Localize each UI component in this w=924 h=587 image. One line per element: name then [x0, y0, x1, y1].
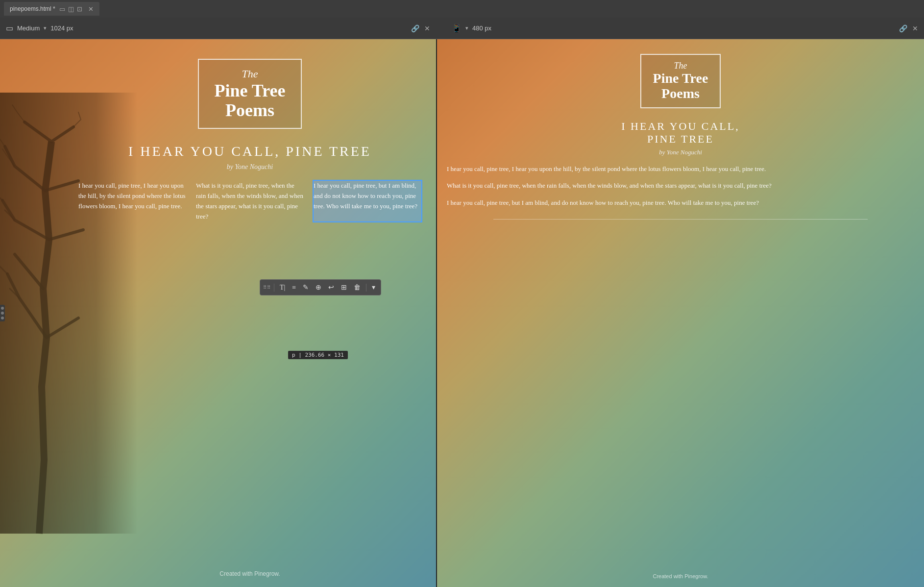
poem-content-left: The Pine TreePoems I HEAR YOU CALL, PINE…: [64, 39, 436, 587]
footer-credit-left: Created with Pinegrow.: [219, 570, 280, 577]
poem-title-mobile: I HEAR YOU CALL,PINE TREE: [621, 120, 740, 146]
left-panel: The Pine TreePoems I HEAR YOU CALL, PINE…: [0, 39, 436, 587]
tab-bar: pinepoems.html * ▭ ◫ ⊡ ✕: [0, 0, 924, 18]
toolbar-grid-btn[interactable]: ⊞: [339, 282, 349, 293]
tablet-icon[interactable]: ◫: [68, 5, 74, 13]
title-main-left: Pine TreePoems: [215, 81, 286, 120]
right-preview-header: 📱 ▾ 480 px 🔗 ✕: [436, 18, 924, 39]
left-sidebar-dots: [0, 305, 5, 321]
sidebar-dot-1: [1, 307, 4, 310]
toolbar-text-btn[interactable]: T|: [277, 282, 288, 293]
right-poem-page: The Pine TreePoems I HEAR YOU CALL,PINE …: [437, 39, 924, 587]
split-icon[interactable]: ⊡: [77, 5, 82, 13]
poem-title-left: I HEAR YOU CALL, PINE TREE: [128, 144, 371, 159]
sidebar-dot-3: [1, 317, 4, 319]
mobile-viewport-icon: 📱: [452, 24, 462, 33]
mobile-viewport-px: 480 px: [472, 24, 491, 32]
poem-col-1: I hear you call, pine tree, I hear you u…: [78, 181, 186, 221]
close-left-btn[interactable]: ✕: [424, 24, 430, 32]
viewport-px-label: 1024 px: [50, 24, 73, 32]
left-preview-header: ▭ Medium ▾ 1024 px 🔗 ✕: [0, 18, 436, 39]
right-viewport-controls: 📱 ▾ 480 px: [442, 24, 894, 33]
right-panel: The Pine TreePoems I HEAR YOU CALL,PINE …: [436, 39, 924, 587]
toolbar-sep-1: [274, 284, 274, 292]
tab-filename: pinepoems.html *: [10, 5, 55, 12]
floating-toolbar: ⠿⠿ T| ≡ ✎ ⊕ ↩ ⊞ 🗑 ▾: [260, 279, 381, 295]
desktop-viewport-icon: ▭: [6, 24, 13, 33]
toolbar-wrap-btn[interactable]: ↩: [326, 282, 337, 293]
poem-col-2: What is it you call, pine tree, when the…: [196, 181, 304, 221]
toolbar-link-btn[interactable]: ⊕: [313, 282, 324, 293]
left-poem-page: The Pine TreePoems I HEAR YOU CALL, PINE…: [0, 39, 436, 587]
toolbar-align-btn[interactable]: ≡: [290, 282, 298, 293]
poem-text-3: I hear you call, pine tree, but I am bli…: [314, 182, 417, 210]
poem-columns: I hear you call, pine tree, I hear you u…: [78, 181, 421, 221]
poem-stanza-2-mobile: What is it you call, pine tree, when the…: [447, 181, 914, 191]
link-right-btn[interactable]: 🔗: [899, 24, 907, 32]
title-box-left: The Pine TreePoems: [198, 59, 302, 129]
poem-stanza-1-mobile: I hear you call, pine tree, I hear you u…: [447, 164, 914, 174]
poem-author-mobile: by Yone Noguchi: [659, 148, 702, 156]
poem-stanza-3-mobile: I hear you call, pine tree, but I am bli…: [447, 198, 914, 208]
main-area: The Pine TreePoems I HEAR YOU CALL, PINE…: [0, 39, 924, 587]
divider-mobile: [493, 219, 867, 220]
viewport-label[interactable]: Medium: [17, 24, 40, 32]
title-the-left: The: [215, 68, 286, 80]
tab-close-btn[interactable]: ✕: [88, 5, 94, 13]
poem-col-3-selected[interactable]: I hear you call, pine tree, but I am bli…: [314, 181, 421, 221]
tab-icons: ▭ ◫ ⊡: [59, 5, 82, 13]
poem-author-left: by Yone Noguchi: [227, 163, 273, 171]
toolbar-handle[interactable]: ⠿⠿: [263, 285, 271, 290]
desktop-icon[interactable]: ▭: [59, 5, 65, 13]
title-main-mobile: Pine TreePoems: [653, 71, 708, 101]
link-btn[interactable]: 🔗: [411, 24, 419, 32]
title-box-mobile: The Pine TreePoems: [640, 54, 721, 108]
toolbar-more-btn[interactable]: ▾: [369, 282, 378, 293]
sidebar-dot-2: [1, 312, 4, 315]
toolbar-sep-2: [366, 284, 366, 292]
title-the-mobile: The: [653, 61, 708, 71]
toolbar-edit-btn[interactable]: ✎: [300, 282, 311, 293]
toolbar-delete-btn[interactable]: 🗑: [351, 282, 363, 293]
size-badge: p | 236.66 × 131: [288, 351, 348, 359]
mobile-viewport-dropdown[interactable]: ▾: [465, 25, 468, 31]
file-tab[interactable]: pinepoems.html * ▭ ◫ ⊡ ✕: [4, 2, 99, 16]
close-right-btn[interactable]: ✕: [912, 24, 918, 32]
poem-text-1: I hear you call, pine tree, I hear you u…: [78, 182, 185, 210]
poem-text-2: What is it you call, pine tree, when the…: [196, 182, 303, 220]
viewport-dropdown-arrow[interactable]: ▾: [44, 25, 47, 31]
left-viewport-controls: ▭ Medium ▾ 1024 px: [6, 24, 406, 33]
preview-headers: ▭ Medium ▾ 1024 px 🔗 ✕ 📱 ▾ 480 px 🔗 ✕: [0, 18, 924, 39]
footer-credit-mobile: Created with Pinegrow.: [653, 573, 708, 579]
